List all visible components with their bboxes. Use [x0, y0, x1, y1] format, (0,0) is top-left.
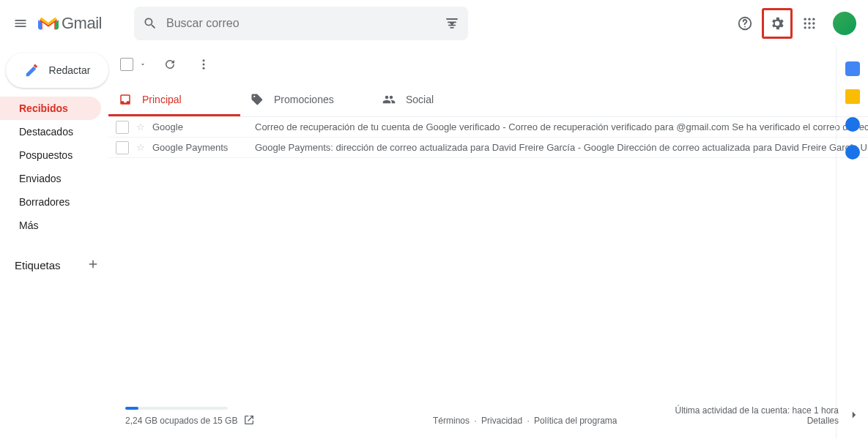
refresh-button[interactable]	[155, 50, 185, 79]
main-menu-button[interactable]	[6, 9, 35, 38]
keep-addon-button[interactable]	[845, 89, 860, 104]
right-side-panel	[836, 47, 868, 439]
message-checkbox[interactable]	[116, 121, 129, 134]
gmail-logo-text: Gmail	[62, 14, 102, 33]
svg-point-2	[804, 18, 806, 20]
select-all-checkbox[interactable]	[120, 58, 133, 71]
hamburger-icon	[13, 16, 28, 31]
svg-point-8	[804, 26, 806, 29]
sidebar-item-more[interactable]: Más	[0, 214, 101, 237]
svg-point-1	[744, 26, 746, 28]
terms-link[interactable]: Términos	[433, 416, 470, 426]
apps-button[interactable]	[795, 9, 824, 38]
search-bar[interactable]	[134, 7, 468, 40]
svg-point-7	[812, 22, 815, 24]
add-label-button[interactable]	[86, 258, 100, 273]
svg-point-13	[203, 67, 205, 70]
plus-icon	[86, 258, 100, 271]
gear-icon	[769, 15, 785, 31]
search-icon	[143, 16, 157, 31]
svg-point-3	[808, 18, 810, 20]
support-button[interactable]	[730, 9, 760, 38]
star-toggle[interactable]: ☆	[136, 121, 145, 132]
gmail-logo-icon	[38, 15, 59, 31]
inbox-icon	[119, 93, 132, 106]
gmail-logo[interactable]: Gmail	[35, 14, 105, 33]
search-options-icon[interactable]	[445, 16, 459, 31]
apps-grid-icon	[802, 16, 817, 31]
details-link[interactable]: Detalles	[807, 416, 839, 426]
svg-point-10	[812, 26, 815, 29]
people-icon	[382, 93, 396, 106]
compose-button[interactable]: Redactar	[6, 53, 108, 88]
sidebar-item-inbox[interactable]: Recibidos	[0, 97, 101, 120]
settings-button[interactable]	[763, 9, 792, 38]
search-input[interactable]	[166, 17, 436, 30]
storage-quota-bar	[125, 407, 228, 410]
last-activity-text: Última actividad de la cuenta: hace 1 ho…	[675, 405, 839, 416]
svg-point-5	[804, 22, 806, 24]
caret-down-icon	[139, 61, 146, 68]
help-icon	[737, 15, 753, 31]
external-link-icon[interactable]	[243, 414, 255, 426]
message-row[interactable]: ☆ Google Correo de recuperación de tu cu…	[108, 117, 868, 138]
tag-icon	[251, 93, 264, 106]
svg-point-12	[203, 64, 205, 66]
compose-label: Redactar	[49, 64, 91, 76]
program-policy-link[interactable]: Política del programa	[534, 416, 617, 426]
chevron-right-icon	[847, 408, 861, 421]
sidebar-item-snoozed[interactable]: Pospuestos	[0, 143, 101, 167]
more-actions-button[interactable]	[189, 50, 218, 79]
star-toggle[interactable]: ☆	[136, 142, 145, 153]
tab-primary[interactable]: Principal	[108, 82, 240, 116]
account-avatar[interactable]	[833, 12, 856, 35]
privacy-link[interactable]: Privacidad	[481, 416, 522, 426]
message-sender: Google	[152, 121, 248, 132]
message-subject: Correo de recuperación de tu cuenta de G…	[255, 121, 868, 132]
message-row[interactable]: ☆ Google Payments Google Payments: direc…	[108, 138, 868, 158]
svg-point-9	[808, 26, 810, 29]
labels-section-header: Etiquetas	[15, 259, 61, 271]
message-checkbox[interactable]	[116, 141, 129, 154]
message-subject: Google Payments: dirección de correo act…	[255, 142, 868, 153]
calendar-addon-button[interactable]	[845, 61, 860, 76]
storage-quota-text: 2,24 GB ocupados de 15 GB	[125, 416, 237, 426]
sidebar-item-sent[interactable]: Enviados	[0, 167, 101, 190]
tab-social[interactable]: Social	[372, 82, 504, 116]
svg-point-4	[812, 18, 815, 20]
refresh-icon	[163, 58, 177, 71]
footer-links: Términos · Privacidad · Política del pro…	[433, 416, 617, 426]
svg-point-6	[808, 22, 810, 24]
hide-side-panel-button[interactable]	[847, 408, 861, 424]
sidebar-item-drafts[interactable]: Borradores	[0, 190, 101, 214]
pencil-icon	[24, 62, 40, 78]
tasks-addon-button[interactable]	[845, 117, 860, 132]
contacts-addon-button[interactable]	[845, 145, 860, 160]
message-sender: Google Payments	[152, 142, 248, 153]
sidebar-item-starred[interactable]: Destacados	[0, 120, 101, 143]
more-vertical-icon	[197, 58, 210, 71]
svg-point-11	[203, 59, 205, 61]
select-dropdown[interactable]	[139, 58, 146, 71]
tab-promotions[interactable]: Promociones	[240, 82, 372, 116]
